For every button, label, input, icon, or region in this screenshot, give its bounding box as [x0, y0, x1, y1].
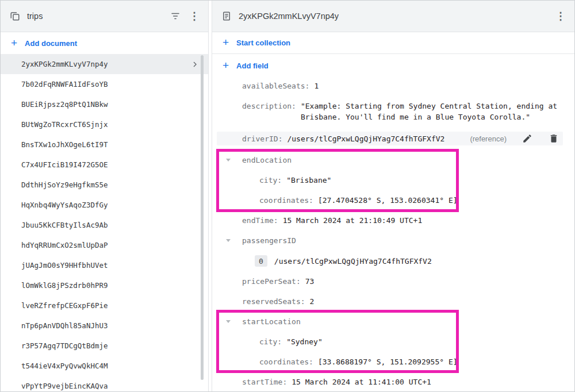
document-id: BnsTXw1oJhXOgeL6tI9T: [21, 140, 201, 149]
field-name: startTime: [242, 376, 287, 387]
field-endTime[interactable]: endTime 15 March 2024 at 21:10:49 UTC+1: [226, 215, 563, 226]
document-id: jUAgJmO0sY9HHfbhUVet: [21, 261, 201, 270]
collapse-arrow-icon[interactable]: [226, 159, 231, 162]
document-list-item[interactable]: BnsTXw1oJhXOgeL6tI9T: [1, 134, 208, 155]
document-list-item[interactable]: HqXnbq4WyYsAqoZ3DfGy: [1, 195, 208, 215]
field-endLocation[interactable]: endLocation: [226, 155, 563, 166]
field-value: "Example: Starting from Sydney Central S…: [301, 101, 563, 122]
document-list-item[interactable]: Jbuu5KkCFBtyIlsAc9Ab: [1, 215, 208, 235]
document-list-item[interactable]: C7x4UFIciB19I472G5OE: [1, 155, 208, 175]
plus-icon: +: [11, 37, 17, 48]
document-list-item[interactable]: lveRZfrefpCEGxpF6Pie: [1, 295, 208, 316]
field-startLocation[interactable]: startLocation: [226, 316, 563, 327]
document-id: BUEiRjpsz2q8PtQ1NBkw: [21, 100, 201, 109]
field-name: reservedSeats: [242, 296, 305, 307]
trash-icon: [549, 133, 559, 144]
field-value: /users/tlCgPxwLQgQjHYag7C4fhTGFXfV2: [287, 133, 444, 144]
field-name: coordinates: [259, 356, 313, 367]
document-list-item[interactable]: t544ieV4xPyQvwQkHC4M: [1, 356, 208, 376]
document-id: hdYqRRUmCxO2smlUpDaP: [21, 241, 201, 249]
document-id: BUtWgZoTRcxrCT6Sjnjx: [21, 120, 201, 129]
collection-title: trips: [27, 11, 163, 21]
collection-panel-header: trips ⋮: [1, 1, 208, 32]
array-index-badge: 0: [255, 255, 267, 267]
field-name: pricePerSeat: [242, 276, 301, 287]
document-id: vPpYtP9vejbEincKAQva: [21, 382, 201, 390]
field-startLocation-city[interactable]: city "Sydney": [226, 336, 563, 347]
document-title: 2yxKPGk2mmKLvyV7np4y: [239, 11, 548, 21]
document-menu-button[interactable]: ⋮: [554, 10, 566, 22]
document-id: C7x4UFIciB19I472G5OE: [21, 160, 201, 169]
document-list-item[interactable]: lOmWklG8jPSzdrb0hPR9: [1, 275, 208, 295]
field-value: 73: [305, 276, 315, 287]
document-list-item[interactable]: jUAgJmO0sY9HHfbhUVet: [1, 255, 208, 275]
collapse-arrow-icon[interactable]: [226, 239, 231, 242]
field-endLocation-city[interactable]: city "Brisbane": [226, 175, 563, 186]
document-id: lveRZfrefpCEGxpF6Pie: [21, 301, 201, 310]
field-driverID[interactable]: driverID /users/tlCgPxwLQgQjHYag7C4fhTGF…: [217, 132, 563, 145]
field-value: [33.8688197° S, 151.2092955° E]: [318, 356, 458, 367]
delete-field-button[interactable]: [548, 133, 559, 144]
collapse-arrow-icon[interactable]: [226, 320, 231, 323]
field-passengersID[interactable]: passengersID: [226, 235, 563, 246]
field-value: "Brisbane": [286, 175, 331, 186]
document-list-item[interactable]: 7b02dFqRNWFA1IdFsoYB: [1, 74, 208, 94]
field-startLocation-coordinates[interactable]: coordinates [33.8688197° S, 151.2092955°…: [226, 356, 563, 367]
field-pricePerSeat[interactable]: pricePerSeat 73: [226, 276, 563, 287]
document-id: 7b02dFqRNWFA1IdFsoYB: [21, 80, 201, 89]
kebab-icon: ⋮: [189, 11, 198, 21]
document-list-item[interactable]: r3P57Agq7TDCgQtBdmje: [1, 336, 208, 356]
plus-icon: +: [223, 60, 229, 71]
document-list-item[interactable]: BUtWgZoTRcxrCT6Sjnjx: [1, 114, 208, 134]
document-icon: [220, 10, 233, 22]
document-id: t544ieV4xPyQvwQkHC4M: [21, 362, 201, 370]
scrollbar[interactable]: [201, 55, 204, 380]
add-document-button[interactable]: + Add document: [1, 32, 208, 54]
document-panel: 2yxKPGk2mmKLvyV7np4y ⋮ + Start collectio…: [212, 1, 574, 391]
plus-icon: +: [223, 37, 229, 48]
field-name: passengersID: [242, 235, 296, 246]
document-id: r3P57Agq7TDCgQtBdmje: [21, 341, 201, 350]
field-name: availableSeats: [242, 80, 309, 91]
document-list-item[interactable]: hdYqRRUmCxO2smlUpDaP: [1, 235, 208, 255]
field-name: endLocation: [242, 155, 292, 166]
field-value: 15 March 2024 at 11:41:00 UTC+1: [292, 376, 431, 387]
start-collection-label: Start collection: [236, 39, 290, 47]
field-availableSeats[interactable]: availableSeats 1: [226, 80, 563, 91]
document-list-item[interactable]: vPpYtP9vejbEincKAQva: [1, 376, 208, 391]
document-id: 2yxKPGk2mmKLvyV7np4y: [21, 60, 189, 68]
field-startTime[interactable]: startTime 15 March 2024 at 11:41:00 UTC+…: [226, 376, 563, 387]
field-reservedSeats[interactable]: reservedSeats 2: [226, 296, 563, 307]
field-passengersID-item-0[interactable]: 0 /users/tlCgPxwLQgQjHYag7C4fhTGFXfV2: [226, 255, 563, 267]
collection-menu-button[interactable]: ⋮: [187, 10, 200, 22]
start-collection-button[interactable]: + Start collection: [212, 32, 574, 54]
field-value: 15 March 2024 at 21:10:49 UTC+1: [283, 215, 423, 226]
document-list: 2yxKPGk2mmKLvyV7np4y 7b02dFqRNWFA1IdFsoY…: [1, 54, 208, 391]
field-name: city: [259, 175, 282, 186]
document-list-item[interactable]: BUEiRjpsz2q8PtQ1NBkw: [1, 94, 208, 114]
document-list-item[interactable]: DdthHjSoYz9eHgfkmS5e: [1, 175, 208, 195]
document-list-item-selected[interactable]: 2yxKPGk2mmKLvyV7np4y: [1, 54, 208, 74]
collection-panel: trips ⋮ + Add document 2yxKPGk2mmKLvyV7n…: [1, 1, 209, 391]
document-list-item[interactable]: nTp6pAnVDQhl85aNJhU3: [1, 316, 208, 336]
edit-field-button[interactable]: [522, 133, 533, 144]
field-name: endTime: [242, 215, 278, 226]
document-id: Jbuu5KkCFBtyIlsAc9Ab: [21, 221, 201, 229]
field-value: "Sydney": [286, 336, 323, 347]
field-endLocation-coordinates[interactable]: coordinates [27.4704528° S, 153.0260341°…: [226, 195, 563, 206]
field-value: 1: [314, 80, 319, 91]
firestore-data-view: trips ⋮ + Add document 2yxKPGk2mmKLvyV7n…: [0, 0, 575, 392]
field-name: driverID: [242, 133, 282, 144]
document-panel-header: 2yxKPGk2mmKLvyV7np4y ⋮: [212, 1, 574, 32]
document-id: DdthHjSoYz9eHgfkmS5e: [21, 180, 201, 189]
field-name: startLocation: [242, 316, 301, 327]
add-field-button[interactable]: + Add field: [212, 54, 574, 77]
field-value: 2: [310, 296, 315, 307]
pencil-icon: [522, 133, 532, 144]
document-id: nTp6pAnVDQhl85aNJhU3: [21, 321, 201, 330]
field-description[interactable]: description "Example: Starting from Sydn…: [226, 101, 563, 122]
field-value: /users/tlCgPxwLQgQjHYag7C4fhTGFXfV2: [274, 256, 432, 267]
filter-button[interactable]: [169, 10, 182, 22]
document-id: lOmWklG8jPSzdrb0hPR9: [21, 281, 201, 290]
add-field-label: Add field: [236, 62, 269, 70]
